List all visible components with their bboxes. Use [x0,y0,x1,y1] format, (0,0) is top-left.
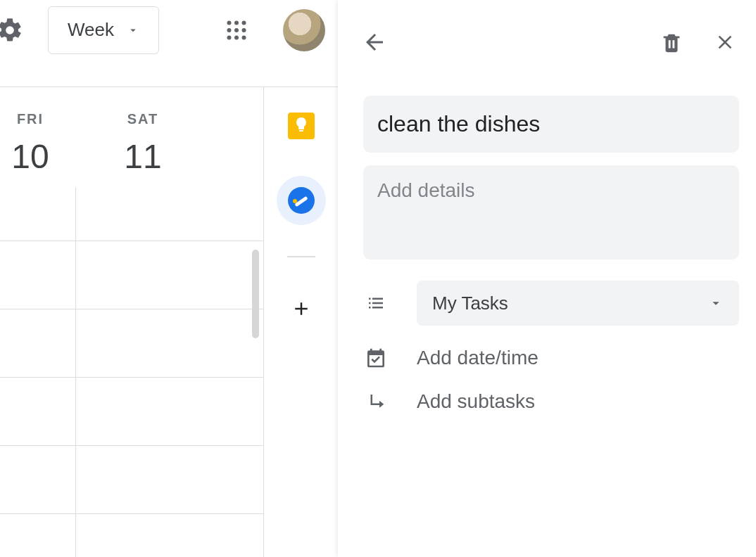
add-date-time-label: Add date/time [417,347,538,369]
calendar-grid-area: FRI 10 SAT 11 [0,87,263,557]
svg-point-5 [242,28,246,32]
day-column-sat[interactable]: SAT 11 [69,87,217,200]
google-apps-button[interactable] [224,18,249,43]
plus-icon [291,298,312,319]
scrollbar-thumb[interactable] [252,250,259,338]
svg-rect-11 [672,40,674,48]
svg-point-8 [242,35,246,39]
side-panel-divider [263,87,264,557]
day-number: 11 [69,137,217,176]
calendar-check-icon [363,347,389,369]
day-of-week-label: FRI [0,111,69,127]
day-number: 10 [0,137,69,176]
task-details-input[interactable]: Add details [363,165,739,260]
add-addon-button[interactable] [291,298,312,319]
close-icon [714,31,736,53]
task-list-row: My Tasks [363,281,739,326]
grid-column-divider [75,187,76,557]
svg-point-7 [234,35,239,39]
task-panel-header [338,0,756,84]
side-rail [265,87,338,557]
task-title-input[interactable]: clean the dishes [363,96,739,153]
gear-icon [0,16,24,44]
svg-point-1 [234,20,239,25]
tasks-app-button[interactable] [277,176,326,225]
close-panel-button[interactable] [708,25,742,59]
time-grid[interactable] [0,241,263,557]
task-list-select[interactable]: My Tasks [417,281,739,326]
task-list-selected-label: My Tasks [432,293,508,314]
rail-divider [287,256,315,257]
add-date-time-button[interactable]: Add date/time [363,347,739,369]
task-details-placeholder: Add details [377,179,475,201]
settings-button[interactable] [0,13,27,47]
back-button[interactable] [358,25,391,59]
svg-point-3 [227,28,232,32]
day-headers: FRI 10 SAT 11 [0,87,263,200]
account-avatar[interactable] [283,9,325,51]
tasks-icon [288,187,315,214]
task-title-text: clean the dishes [377,111,540,136]
add-subtasks-button[interactable]: Add subtasks [363,390,739,413]
svg-point-0 [227,20,232,25]
arrow-left-icon [362,30,387,55]
day-column-fri[interactable]: FRI 10 [0,87,69,200]
view-selector-label: Week [68,19,114,41]
keep-app-button[interactable] [288,113,315,139]
chevron-down-icon [127,24,139,37]
trash-icon [660,30,683,54]
list-icon [363,293,389,314]
svg-point-2 [242,20,246,25]
delete-task-button[interactable] [655,25,688,59]
view-selector[interactable]: Week [48,6,159,54]
svg-point-6 [227,35,232,39]
task-detail-panel: clean the dishes Add details My Tasks Ad… [338,0,756,557]
apps-grid-icon [224,18,249,43]
lightbulb-icon [294,117,308,135]
day-of-week-label: SAT [69,111,217,127]
subtask-arrow-icon [363,391,389,412]
svg-rect-10 [669,40,671,48]
svg-rect-9 [299,130,303,132]
add-subtasks-label: Add subtasks [417,390,535,413]
svg-point-4 [234,28,239,32]
chevron-down-icon [708,295,724,311]
